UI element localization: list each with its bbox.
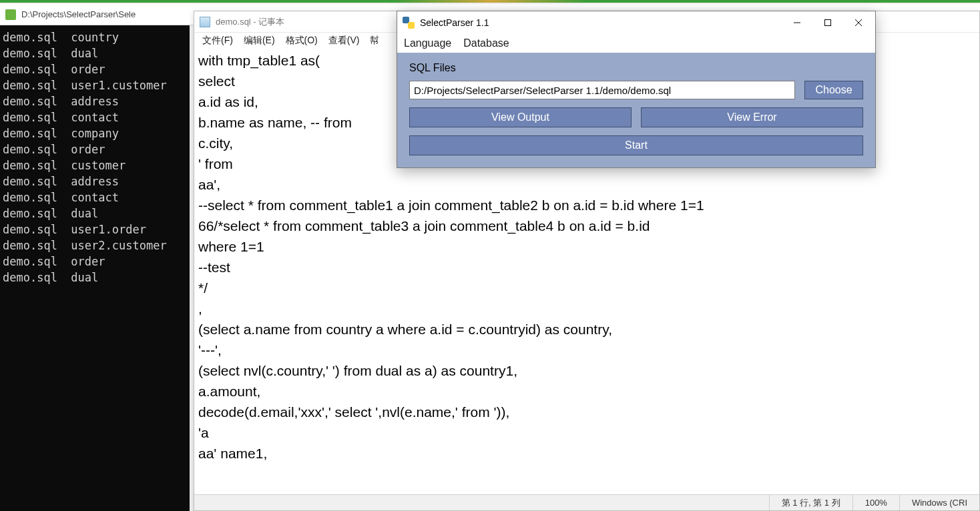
maximize-button[interactable] xyxy=(812,12,843,33)
app-icon xyxy=(5,9,16,20)
menu-format[interactable]: 格式(O) xyxy=(282,33,322,48)
menu-file[interactable]: 文件(F) xyxy=(198,33,237,48)
menu-edit[interactable]: 编辑(E) xyxy=(240,33,279,48)
python-icon xyxy=(403,17,415,29)
console-panel[interactable]: demo.sql country demo.sql dual demo.sql … xyxy=(0,25,190,511)
svg-rect-1 xyxy=(825,20,831,26)
window-controls xyxy=(782,12,874,33)
toolwin-titlebar[interactable]: SelectParser 1.1 xyxy=(397,11,875,34)
status-position: 第 1 行, 第 1 列 xyxy=(769,495,852,510)
close-button[interactable] xyxy=(843,12,874,33)
menu-help-cut[interactable]: 幇 xyxy=(366,33,383,48)
menu-language[interactable]: Language xyxy=(404,37,451,49)
choose-button[interactable]: Choose xyxy=(804,81,863,99)
top-border-accent xyxy=(0,0,980,3)
view-output-button[interactable]: View Output xyxy=(409,107,632,127)
notepad-title: demo.sql - 记事本 xyxy=(216,16,284,28)
minimize-button[interactable] xyxy=(782,12,812,33)
view-error-button[interactable]: View Error xyxy=(641,107,863,127)
status-zoom: 100% xyxy=(852,495,899,510)
menu-view[interactable]: 查看(V) xyxy=(324,33,364,48)
status-encoding: Windows (CRI xyxy=(899,495,979,510)
toolwin-body: SQL Files Choose View Output View Error … xyxy=(397,53,875,167)
toolwin-title: SelectParser 1.1 xyxy=(420,17,489,28)
background-window-title: D:\Projects\SelectParser\Sele xyxy=(21,9,136,19)
toolwin-menubar: Language Database xyxy=(397,34,875,53)
selectparser-window: SelectParser 1.1 Language Database SQL F… xyxy=(397,11,876,168)
sql-path-input[interactable] xyxy=(409,81,795,99)
notepad-icon xyxy=(200,17,210,27)
menu-database[interactable]: Database xyxy=(463,37,509,49)
console-output: demo.sql country demo.sql dual demo.sql … xyxy=(3,31,167,284)
notepad-statusbar: 第 1 行, 第 1 列 100% Windows (CRI xyxy=(194,494,979,510)
start-button[interactable]: Start xyxy=(409,135,863,155)
sql-files-label: SQL Files xyxy=(409,62,863,74)
